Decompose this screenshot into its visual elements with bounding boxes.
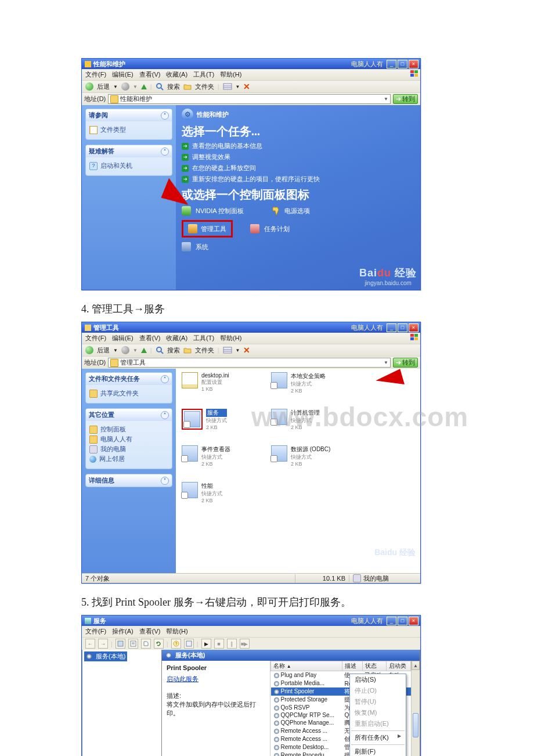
close-button[interactable]: × bbox=[409, 60, 418, 69]
col-desc[interactable]: 描述 bbox=[342, 661, 362, 671]
pause-service-icon[interactable]: ∥ bbox=[227, 639, 237, 649]
file-item[interactable]: 数据源 (ODBC)快捷方式2 KB bbox=[271, 445, 341, 467]
titlebar[interactable]: 管理工具 电脑人人有 _ □ × bbox=[82, 322, 420, 333]
task-defrag[interactable]: 重新安排您的硬盘上的项目，使程序运行更快 bbox=[192, 175, 320, 183]
titlebar[interactable]: 性能和维护 电脑人人有 _ □ × bbox=[82, 59, 420, 69]
file-item[interactable]: 本地安全策略快捷方式2 KB bbox=[271, 372, 341, 394]
forward-dropdown-icon[interactable]: ▼ bbox=[133, 348, 138, 353]
folders-button[interactable]: 文件夹 bbox=[195, 82, 214, 91]
search-icon[interactable] bbox=[156, 82, 164, 91]
task-free-space[interactable]: 在您的硬盘上释放空间 bbox=[192, 164, 256, 172]
menu-tools[interactable]: 工具(T) bbox=[193, 334, 214, 343]
col-status[interactable]: 状态 bbox=[362, 661, 386, 671]
back-icon[interactable] bbox=[85, 82, 93, 91]
start-service-icon[interactable]: ▶ bbox=[201, 639, 211, 649]
search-icon[interactable] bbox=[156, 346, 164, 354]
delete-icon[interactable]: ✕ bbox=[243, 82, 250, 91]
file-item[interactable]: 性能快捷方式2 KB bbox=[182, 482, 251, 503]
minimize-button[interactable]: _ bbox=[387, 617, 396, 625]
address-dropdown-icon[interactable]: ▼ bbox=[384, 360, 388, 365]
col-name[interactable]: 名称 ▲ bbox=[271, 661, 342, 671]
up-icon[interactable] bbox=[141, 348, 147, 353]
views-icon[interactable] bbox=[223, 83, 232, 90]
context-menu-item[interactable]: 启动(S) bbox=[350, 674, 406, 685]
minimize-button[interactable]: _ bbox=[387, 323, 396, 332]
task-visual-effects[interactable]: 调整视觉效果 bbox=[192, 153, 230, 161]
menu-file[interactable]: 文件(F) bbox=[85, 70, 106, 79]
minimize-button[interactable]: _ bbox=[387, 60, 396, 69]
file-item[interactable]: desktop.ini配置设置1 KB bbox=[182, 372, 251, 394]
close-button[interactable]: × bbox=[409, 617, 418, 625]
expand-icon[interactable]: ˅ bbox=[161, 477, 169, 485]
collapse-icon[interactable]: ˄ bbox=[161, 111, 169, 120]
menu-help[interactable]: 帮助(H) bbox=[166, 627, 187, 636]
menu-view[interactable]: 查看(V) bbox=[139, 70, 161, 79]
go-button[interactable]: ➔ 转到 bbox=[393, 358, 418, 368]
context-menu-item[interactable]: 刷新(F) bbox=[350, 746, 406, 756]
back-dropdown-icon[interactable]: ▼ bbox=[113, 348, 118, 353]
task-basic-info[interactable]: 查看您的电脑的基本信息 bbox=[192, 142, 262, 150]
views-dropdown-icon[interactable]: ▼ bbox=[236, 84, 240, 89]
link-system[interactable]: 系统 bbox=[196, 243, 208, 251]
file-item[interactable]: 服务快捷方式2 KB bbox=[182, 409, 251, 430]
menu-action[interactable]: 操作(A) bbox=[112, 627, 134, 636]
back-dropdown-icon[interactable]: ▼ bbox=[113, 84, 118, 89]
nav-back-icon[interactable]: ← bbox=[85, 639, 95, 649]
up-icon[interactable] bbox=[141, 84, 147, 89]
menu-file[interactable]: 文件(F) bbox=[85, 334, 106, 343]
service-list[interactable]: 名称 ▲ 描述 状态 启动类 Plug and Play使...已启动自动Por… bbox=[270, 661, 420, 756]
search-button[interactable]: 搜索 bbox=[167, 346, 180, 355]
tool-icon-2[interactable] bbox=[184, 639, 194, 649]
link-nvidia[interactable]: NVIDIA 控制面板 bbox=[196, 207, 244, 215]
export-icon[interactable] bbox=[141, 639, 151, 649]
menu-help[interactable]: 帮助(H) bbox=[220, 334, 241, 343]
collapse-icon[interactable]: ˄ bbox=[161, 375, 169, 383]
menu-view[interactable]: 查看(V) bbox=[139, 334, 161, 343]
link-power-options[interactable]: 电源选项 bbox=[284, 207, 310, 215]
properties-icon[interactable] bbox=[128, 639, 138, 649]
tree-node-services-local[interactable]: 服务(本地) bbox=[84, 651, 127, 661]
address-dropdown-icon[interactable]: ▼ bbox=[384, 96, 388, 102]
forward-icon[interactable] bbox=[121, 82, 129, 91]
link-startup-shutdown[interactable]: 启动和关机 bbox=[100, 161, 132, 170]
link-my-computer[interactable]: 我的电脑 bbox=[100, 445, 126, 453]
file-item[interactable]: 事件查看器快捷方式2 KB bbox=[182, 445, 251, 467]
refresh-icon[interactable] bbox=[154, 639, 164, 649]
link-share-folder[interactable]: 共享此文件夹 bbox=[100, 389, 139, 398]
help-icon[interactable]: ? bbox=[171, 639, 181, 649]
menu-help[interactable]: 帮助(H) bbox=[220, 70, 241, 79]
folders-icon[interactable] bbox=[183, 83, 192, 90]
col-startup[interactable]: 启动类 bbox=[386, 661, 410, 671]
menu-tools[interactable]: 工具(T) bbox=[193, 70, 214, 79]
link-control-panel[interactable]: 控制面板 bbox=[100, 425, 126, 434]
link-network-places[interactable]: 网上邻居 bbox=[99, 455, 125, 463]
file-item[interactable]: 计算机管理快捷方式2 KB bbox=[271, 409, 341, 430]
collapse-icon[interactable]: ˄ bbox=[161, 147, 169, 156]
back-icon[interactable] bbox=[85, 346, 93, 354]
context-menu[interactable]: 启动(S)停止(O)暂停(U)恢复(M)重新启动(E)所有任务(K)▶刷新(F)… bbox=[349, 674, 406, 756]
link-scheduled-tasks[interactable]: 任务计划 bbox=[264, 225, 290, 233]
menu-fav[interactable]: 收藏(A) bbox=[166, 70, 187, 79]
context-menu-item[interactable]: 所有任务(K)▶ bbox=[350, 732, 406, 743]
collapse-icon[interactable]: ˄ bbox=[161, 411, 169, 419]
link-start-service[interactable]: 启动此服务 bbox=[167, 675, 199, 682]
delete-icon[interactable]: ✕ bbox=[243, 345, 250, 355]
go-button[interactable]: ➔ 转到 bbox=[393, 94, 418, 104]
scroll-thumb[interactable] bbox=[413, 713, 418, 737]
menu-view[interactable]: 查看(V) bbox=[139, 627, 161, 636]
maximize-button[interactable]: □ bbox=[398, 323, 407, 332]
tree-pane[interactable]: 服务(本地) bbox=[82, 650, 162, 756]
search-button[interactable]: 搜索 bbox=[167, 82, 180, 91]
folders-button[interactable]: 文件夹 bbox=[195, 346, 214, 355]
close-button[interactable]: × bbox=[409, 323, 418, 332]
views-icon[interactable] bbox=[223, 347, 232, 354]
back-button[interactable]: 后退 bbox=[97, 82, 110, 91]
scroll-up-icon[interactable]: ▲ bbox=[412, 661, 420, 670]
menu-edit[interactable]: 编辑(E) bbox=[112, 334, 134, 343]
back-button[interactable]: 后退 bbox=[97, 346, 110, 355]
restart-service-icon[interactable]: ■▶ bbox=[240, 639, 250, 649]
forward-dropdown-icon[interactable]: ▼ bbox=[133, 84, 138, 89]
vertical-scrollbar[interactable]: ▲ ▼ bbox=[411, 661, 420, 756]
folders-icon[interactable] bbox=[183, 347, 192, 354]
link-admin-tools[interactable]: 管理工具 bbox=[201, 225, 226, 233]
